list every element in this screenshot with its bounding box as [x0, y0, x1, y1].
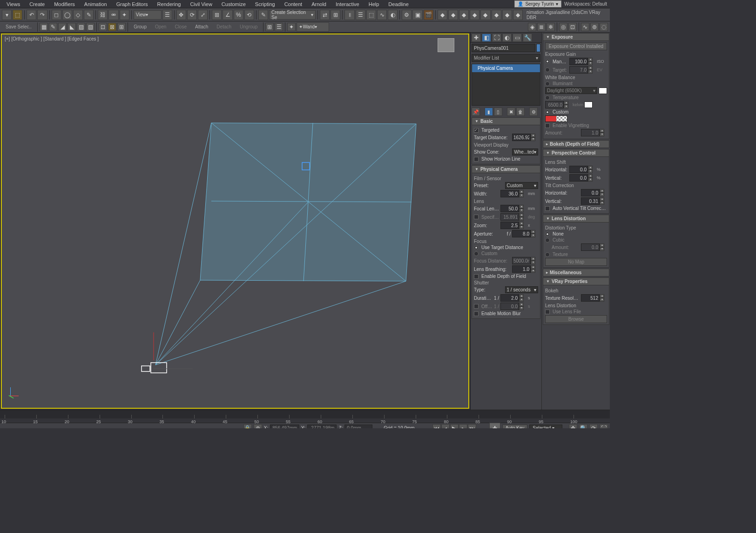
bind-spacewarp-icon[interactable]: ✦: [120, 10, 129, 20]
distort-none-radio[interactable]: [545, 232, 550, 236]
focal-length-spinner[interactable]: ▴▾: [500, 205, 526, 212]
ribbon-btn-3[interactable]: ◢: [58, 23, 67, 31]
tool-b-icon[interactable]: ◆: [448, 10, 458, 20]
nav-pan-icon[interactable]: ✥: [569, 424, 577, 429]
show-end-result-icon[interactable]: ▮: [485, 108, 493, 116]
link-icon[interactable]: ⛓: [98, 10, 108, 20]
flyout-icon[interactable]: ▾: [2, 10, 12, 20]
coord-z-field[interactable]: 0.0mm: [344, 425, 372, 428]
wb-temperature-radio[interactable]: [545, 95, 550, 100]
freeze-icon[interactable]: ❄: [547, 23, 555, 31]
tool-c-icon[interactable]: ◆: [459, 10, 469, 20]
lock-icon[interactable]: 🔒: [243, 424, 252, 429]
menu-rendering[interactable]: Rendering: [153, 0, 186, 8]
array-icon[interactable]: ⊞: [331, 10, 340, 20]
menu-interactive[interactable]: Interactive: [331, 0, 364, 8]
tool-h-icon[interactable]: ◆: [513, 10, 523, 20]
menu-content[interactable]: Content: [280, 0, 307, 8]
make-unique-icon[interactable]: ▯: [494, 108, 502, 116]
save-selection-button[interactable]: Save Selec..: [2, 24, 35, 29]
nav-max-icon[interactable]: ⛶: [600, 424, 608, 429]
show-cone-dropdown[interactable]: Whe...ted▾: [512, 148, 538, 155]
tool-d-icon[interactable]: ◆: [470, 10, 479, 20]
delete-icon[interactable]: 🗑: [516, 108, 525, 116]
ribbon-btn-2[interactable]: ✎: [49, 23, 57, 31]
wb-illuminant-radio[interactable]: [545, 81, 550, 86]
ref-coord-icon[interactable]: ⊞: [212, 10, 222, 20]
utilities-tab-icon[interactable]: 🔧: [523, 34, 532, 42]
viewport-label[interactable]: [+] [Orthographic ] [Standard ] [Edged F…: [5, 36, 99, 41]
select-object-icon[interactable]: ⬚: [13, 10, 22, 20]
shutter-duration-spinner[interactable]: ▴▾: [500, 294, 526, 302]
vray-rollout-header[interactable]: ▼VRay Properties: [543, 277, 609, 285]
ungroup-button[interactable]: Ungroup: [236, 24, 261, 29]
menu-scripting[interactable]: Scripting: [250, 0, 280, 8]
transform-type-icon[interactable]: ⊞: [265, 23, 274, 31]
redo-icon[interactable]: ↷: [37, 10, 47, 20]
undo-icon[interactable]: ↶: [27, 10, 36, 20]
time-slider[interactable]: 101520253035404550556065707580859095100: [0, 410, 610, 423]
selection-set-icon[interactable]: ◌: [600, 23, 608, 31]
coord-x-field[interactable]: 856.497mm: [270, 425, 299, 428]
edit-named-sel-icon[interactable]: ✎: [258, 10, 268, 20]
spinner-snap-icon[interactable]: ⟲: [244, 10, 254, 20]
pin-stack-icon[interactable]: 📌: [472, 108, 480, 116]
ribbon-btn-7[interactable]: ⊡: [99, 23, 107, 31]
perspective-rollout-header[interactable]: ▼Perspective Control: [543, 149, 609, 157]
specify-fov-checkbox[interactable]: [474, 215, 479, 219]
lens-distortion-rollout-header[interactable]: ▼Lens Distortion: [543, 215, 609, 223]
mirror-icon[interactable]: ⇄: [320, 10, 330, 20]
tilt-horizontal-spinner[interactable]: ▴▾: [581, 189, 607, 196]
prev-frame-icon[interactable]: ◂: [441, 424, 450, 429]
material-editor-icon[interactable]: ◐: [388, 10, 398, 20]
key-filter-dropdown[interactable]: Selected ▾: [529, 425, 562, 428]
select-by-name-icon[interactable]: ☰: [162, 10, 172, 20]
snap-percent-icon[interactable]: %: [234, 10, 243, 20]
bokeh-rollout-header[interactable]: ▸Bokeh (Depth of Field): [543, 140, 609, 148]
tilt-vertical-spinner[interactable]: ▴▾: [581, 197, 607, 205]
ribbon-btn-6[interactable]: ▧: [86, 23, 94, 31]
film-width-spinner[interactable]: ▴▾: [500, 190, 526, 197]
tool-a-icon[interactable]: ◆: [438, 10, 447, 20]
viewcube[interactable]: [438, 38, 454, 52]
physical-camera-rollout-header[interactable]: ▼Physical Camera: [472, 165, 540, 173]
basic-rollout-header[interactable]: ▼Basic: [472, 117, 540, 125]
modifier-stack[interactable]: Physical Camera: [472, 64, 540, 106]
rotate-icon[interactable]: ⟳: [187, 10, 197, 20]
enable-dof-checkbox[interactable]: [474, 274, 479, 279]
select-rect-icon[interactable]: ◻: [52, 10, 61, 20]
tool-e-icon[interactable]: ◆: [480, 10, 490, 20]
goto-start-icon[interactable]: ⏮: [432, 424, 441, 429]
group-button[interactable]: Group: [130, 24, 150, 29]
menu-deadline[interactable]: Deadline: [384, 0, 413, 8]
remove-modifier-icon[interactable]: ✖: [507, 108, 515, 116]
abs-rel-icon[interactable]: ⊕: [254, 424, 262, 429]
wb-custom-swatch[interactable]: [545, 115, 567, 122]
ribbon-btn-4[interactable]: ◣: [68, 23, 76, 31]
display-tab-icon[interactable]: ▭: [513, 34, 522, 42]
target-distance-spinner[interactable]: ▴▾: [512, 134, 538, 141]
focus-target-radio[interactable]: [474, 245, 479, 250]
render-setup-icon[interactable]: ⚙: [402, 10, 412, 20]
wb-temp-swatch[interactable]: [584, 101, 593, 108]
film-preset-dropdown[interactable]: Custom▾: [505, 182, 539, 189]
key-mode-toggle[interactable]: ✚: [489, 423, 500, 429]
targeted-checkbox[interactable]: [474, 128, 479, 133]
selection-filter-dropdown[interactable]: View ▾: [134, 10, 162, 20]
modifier-stack-item[interactable]: Physical Camera: [472, 64, 540, 72]
select-paint-icon[interactable]: ✎: [84, 10, 94, 20]
object-color-swatch[interactable]: [536, 44, 540, 52]
show-horizon-checkbox[interactable]: [474, 157, 479, 162]
menu-views[interactable]: Views: [2, 0, 25, 8]
menu-animation[interactable]: Animation: [80, 0, 112, 8]
shutter-type-dropdown[interactable]: 1 / seconds▾: [505, 286, 539, 293]
aperture-spinner[interactable]: ▴▾: [512, 230, 538, 237]
vignetting-checkbox[interactable]: [545, 123, 550, 128]
menu-arnold[interactable]: Arnold: [307, 0, 331, 8]
object-name-input[interactable]: [472, 44, 535, 52]
menu-customize[interactable]: Customize: [217, 0, 250, 8]
ribbon-btn-5[interactable]: ▨: [77, 23, 85, 31]
detach-button[interactable]: Detach: [213, 24, 235, 29]
modifier-list-dropdown[interactable]: Modifier List▾: [472, 54, 540, 62]
goto-end-icon[interactable]: ⏭: [468, 424, 476, 429]
